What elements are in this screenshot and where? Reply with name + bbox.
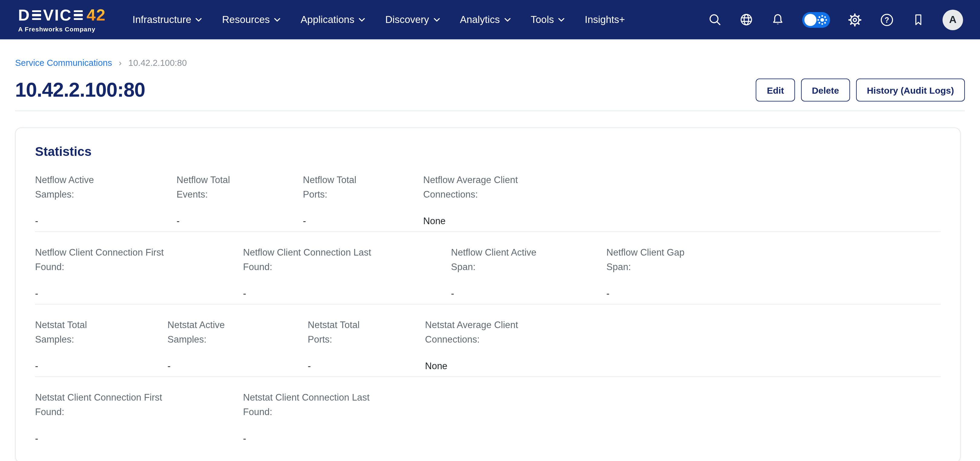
stat-label: Netstat Client Connection Last Found: [243, 390, 931, 419]
stat-label: Netflow Client Active Span: [451, 245, 597, 274]
nav-item-applications[interactable]: Applications [301, 14, 366, 25]
stat-label: Netstat Total Ports: [308, 318, 415, 347]
main-menu: Infrastructure Resources Applications Di… [132, 14, 625, 25]
stat-cell: Netstat Total Ports: - [308, 318, 425, 372]
stat-cell: Netflow Client Connection First Found: - [35, 245, 243, 299]
stat-label: Netstat Active Samples: [167, 318, 298, 347]
stat-label: Netflow Active Samples: [35, 173, 167, 202]
stat-value: - [35, 432, 233, 444]
stat-value: - [35, 288, 233, 299]
breadcrumb-link-service-communications[interactable]: Service Communications [15, 58, 112, 68]
logo-number-42: 42 [86, 7, 106, 23]
logo-letter-d: D [18, 7, 30, 23]
chevron-down-icon [558, 17, 565, 22]
theme-toggle[interactable] [802, 12, 830, 27]
stat-label: Netflow Client Connection Last Found: [243, 245, 441, 274]
stat-value: - [451, 288, 597, 299]
history-audit-logs-button[interactable]: History (Audit Logs) [856, 79, 965, 101]
stat-value: None [423, 215, 931, 227]
nav-utility-icons: ? A [708, 10, 963, 30]
stat-value: - [303, 215, 414, 227]
stat-cell: Netflow Client Gap Span: - [606, 245, 941, 299]
edit-button[interactable]: Edit [756, 79, 795, 101]
stat-cell: Netstat Total Samples: - [35, 318, 167, 372]
stat-value: None [425, 360, 931, 372]
stat-label: Netstat Total Samples: [35, 318, 158, 347]
globe-icon[interactable] [740, 13, 753, 27]
statistics-heading: Statistics [35, 144, 941, 160]
page-content: Service Communications › 10.42.2.100:80 … [0, 57, 980, 111]
nav-item-infrastructure[interactable]: Infrastructure [132, 14, 202, 25]
stat-label: Netflow Total Events: [177, 173, 293, 202]
user-avatar[interactable]: A [942, 10, 963, 30]
stat-row-netflow-summary: Netflow Active Samples: - Netflow Total … [35, 160, 941, 231]
nav-item-analytics[interactable]: Analytics [460, 14, 511, 25]
stat-label: Netflow Total Ports: [303, 173, 414, 202]
stat-cell: Netflow Total Ports: - [303, 173, 423, 227]
stat-cell: Netstat Average Client Connections: None [425, 318, 941, 372]
stat-value: - [308, 360, 415, 372]
breadcrumb-separator: › [119, 58, 122, 68]
nav-item-discovery[interactable]: Discovery [385, 14, 440, 25]
stat-value: - [35, 215, 167, 227]
nav-item-resources[interactable]: Resources [222, 14, 281, 25]
top-navigation-bar: D VIC 42 A Freshworks Company Infrastruc… [0, 0, 980, 40]
breadcrumb: Service Communications › 10.42.2.100:80 [15, 57, 965, 69]
page-title: 10.42.2.100:80 [15, 79, 145, 101]
chevron-down-icon [433, 17, 440, 22]
stat-label: Netflow Client Connection First Found: [35, 245, 233, 274]
stat-value: - [243, 432, 931, 444]
stat-label: Netflow Client Gap Span: [606, 245, 931, 274]
statistics-card: Statistics Netflow Active Samples: - Net… [15, 127, 961, 461]
bell-icon[interactable] [771, 13, 785, 27]
logo-tagline: A Freshworks Company [18, 25, 106, 33]
stat-cell: Netstat Client Connection First Found: - [35, 390, 243, 444]
stat-cell: Netstat Client Connection Last Found: - [243, 390, 941, 444]
stat-value: - [243, 288, 441, 299]
nav-item-insights[interactable]: Insights+ [585, 14, 625, 25]
stat-cell: Netflow Active Samples: - [35, 173, 177, 227]
stat-row-netstat-client: Netstat Client Connection First Found: -… [35, 377, 941, 449]
stat-value: - [167, 360, 298, 372]
breadcrumb-current: 10.42.2.100:80 [129, 58, 187, 68]
delete-button[interactable]: Delete [801, 79, 850, 101]
nav-item-tools[interactable]: Tools [530, 14, 565, 25]
stat-cell: Netflow Total Events: - [177, 173, 303, 227]
search-icon[interactable] [708, 13, 722, 27]
chevron-down-icon [196, 17, 202, 22]
stat-label: Netflow Average Client Connections: [423, 173, 931, 202]
app-root: D VIC 42 A Freshworks Company Infrastruc… [0, 0, 980, 461]
help-icon[interactable]: ? [880, 13, 894, 27]
stat-cell: Netflow Client Connection Last Found: - [243, 245, 451, 299]
logo-e-bars-icon [74, 10, 83, 20]
header-action-buttons: Edit Delete History (Audit Logs) [756, 79, 965, 101]
stat-row-netstat-summary: Netstat Total Samples: - Netstat Active … [35, 304, 941, 376]
chevron-down-icon [359, 17, 366, 22]
logo-letters-vic: VIC [43, 7, 72, 23]
page-header: 10.42.2.100:80 Edit Delete History (Audi… [15, 79, 965, 101]
stat-label: Netstat Client Connection First Found: [35, 390, 233, 419]
header-divider [15, 111, 965, 111]
device42-logo[interactable]: D VIC 42 A Freshworks Company [18, 6, 106, 33]
stat-cell: Netflow Client Active Span: - [451, 245, 606, 299]
stat-value: - [177, 215, 293, 227]
stat-label: Netstat Average Client Connections: [425, 318, 931, 347]
stat-cell: Netflow Average Client Connections: None [423, 173, 941, 227]
logo-e-bars-icon [32, 10, 41, 20]
stat-value: - [35, 360, 158, 372]
chevron-down-icon [504, 17, 511, 22]
stat-row-netflow-client: Netflow Client Connection First Found: -… [35, 232, 941, 304]
bookmark-icon[interactable] [912, 13, 925, 27]
stat-value: - [606, 288, 931, 299]
settings-icon[interactable] [848, 13, 862, 27]
chevron-down-icon [274, 17, 281, 22]
svg-text:?: ? [885, 16, 889, 24]
stat-cell: Netstat Active Samples: - [167, 318, 308, 372]
